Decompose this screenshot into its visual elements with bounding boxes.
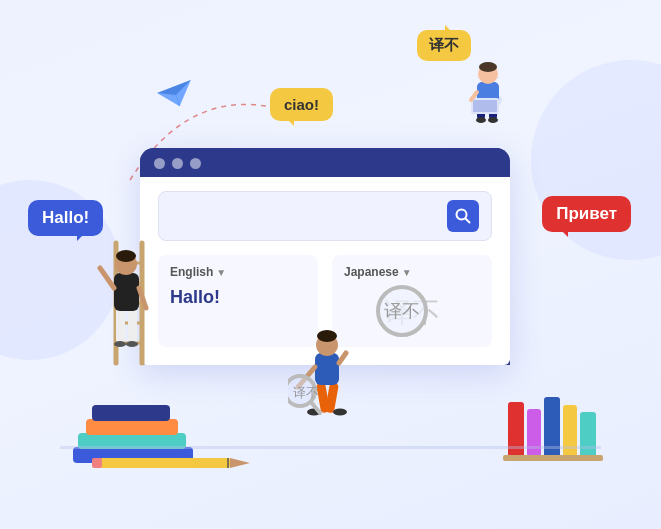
- svg-rect-46: [86, 419, 178, 435]
- bubble-ciao: ciao!: [270, 88, 333, 121]
- svg-rect-47: [92, 405, 170, 421]
- svg-rect-55: [563, 405, 577, 457]
- magnifier-overlay: 译不: [376, 285, 428, 337]
- svg-rect-57: [503, 455, 603, 461]
- svg-text:译不: 译不: [293, 385, 319, 400]
- svg-point-35: [333, 409, 347, 416]
- source-lang-label: English: [170, 265, 213, 279]
- browser-titlebar: [140, 148, 510, 177]
- svg-rect-23: [116, 308, 125, 343]
- svg-point-26: [126, 341, 138, 347]
- svg-rect-50: [92, 458, 102, 468]
- browser-dot-1: [154, 158, 165, 169]
- svg-rect-56: [580, 412, 596, 457]
- magnifier-text: 译不: [384, 299, 420, 323]
- books-right-illustration: [503, 387, 603, 467]
- svg-line-30: [100, 268, 114, 288]
- source-lang-arrow: ▼: [216, 267, 226, 278]
- bubble-privet: Привет: [542, 196, 631, 232]
- person-magnifier-illustration: 译不: [288, 315, 378, 425]
- person-ladder-illustration: [88, 208, 153, 368]
- target-lang-label: Japanese: [344, 265, 399, 279]
- source-lang-selector[interactable]: English ▼: [170, 265, 306, 279]
- svg-point-10: [479, 62, 497, 72]
- search-input[interactable]: [171, 208, 447, 224]
- svg-rect-27: [114, 273, 139, 311]
- svg-rect-36: [315, 353, 339, 385]
- target-lang-selector[interactable]: Japanese ▼: [344, 265, 480, 279]
- svg-line-40: [339, 353, 346, 363]
- svg-marker-49: [230, 458, 250, 468]
- search-bar[interactable]: [158, 191, 492, 241]
- pencil-illustration: [90, 452, 250, 474]
- target-lang-arrow: ▼: [402, 267, 412, 278]
- svg-rect-12: [473, 100, 497, 112]
- svg-point-6: [476, 117, 486, 123]
- floor-line: [60, 446, 601, 449]
- svg-line-31: [139, 288, 146, 308]
- svg-rect-24: [128, 308, 137, 343]
- svg-point-29: [116, 250, 136, 262]
- browser-dot-2: [172, 158, 183, 169]
- svg-point-7: [488, 117, 498, 123]
- source-text: Hallo!: [170, 287, 306, 308]
- browser-dot-3: [190, 158, 201, 169]
- svg-rect-53: [527, 409, 541, 457]
- search-button[interactable]: [447, 200, 479, 232]
- svg-rect-48: [100, 458, 230, 468]
- svg-point-25: [114, 341, 126, 347]
- svg-point-38: [317, 330, 337, 342]
- person-laptop-illustration: [433, 42, 533, 142]
- svg-line-15: [466, 219, 470, 223]
